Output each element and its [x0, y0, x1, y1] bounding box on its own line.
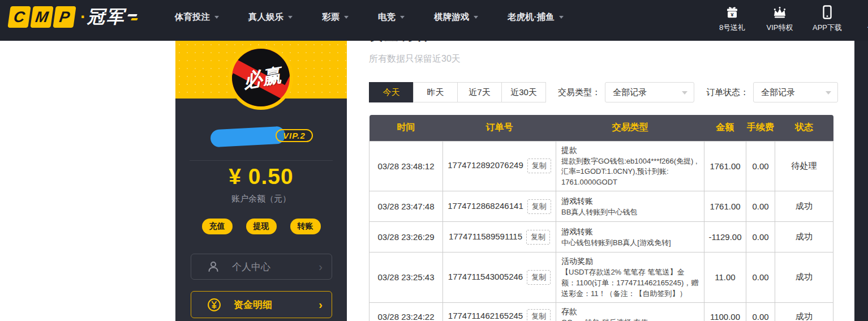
chevron-down-icon: [214, 16, 219, 19]
avatar-text: 必赢: [235, 62, 290, 96]
filter-row: 今天 昨天 近7天 近30天 交易类型： 全部记录 订单状态： 全部记录: [369, 82, 838, 102]
chevron-down-icon: [559, 16, 564, 19]
balance-amount: ¥ 0.50: [175, 164, 347, 189]
quick-link-promo[interactable]: 优惠: [857, 5, 868, 33]
order-number: 1774711589591115: [449, 232, 522, 241]
page-background-strip: [854, 0, 868, 321]
brand-logo[interactable]: C M P · 冠军: [9, 5, 137, 29]
cell-type: 提款 提款到数字GO钱包:eb1004***f266(免提) ,汇率=1GODT…: [556, 141, 704, 191]
transaction-table: 时间 订单号 交易类型 金额 手续费 状态 03/28 23:48:12 177…: [369, 115, 833, 321]
copy-button[interactable]: 复制: [527, 270, 551, 285]
table-row: 03/28 23:25:43 1774711543005246复制 活动奖励 【…: [369, 252, 833, 303]
cell-time: 03/28 23:26:29: [369, 222, 443, 252]
quick-link-label: APP下载: [813, 23, 842, 33]
vip-level-badge: VIP.2: [276, 129, 313, 142]
divider: [190, 160, 333, 161]
chevron-down-icon: [826, 91, 831, 95]
order-number: 1774711462165245: [448, 311, 523, 320]
nav-item-lottery[interactable]: 彩票: [322, 11, 349, 23]
type-name: 游戏转账: [561, 195, 699, 207]
cell-type: 游戏转账 BB真人转账到中心钱包: [556, 191, 704, 222]
chevron-down-icon: [400, 16, 405, 19]
cell-order: 1774712892076249复制: [443, 141, 556, 191]
order-status-select[interactable]: 全部记录: [753, 82, 838, 102]
sidebar-item-personal-center[interactable]: 个人中心 ›: [191, 254, 332, 280]
sidebar-item-funds-detail[interactable]: 资金明细 ›: [191, 291, 332, 318]
header-status: 状态: [775, 115, 833, 141]
nav-item-slots-fishing[interactable]: 老虎机·捕鱼: [508, 11, 564, 23]
cell-amount: 1761.00: [704, 141, 746, 191]
status-badge: 成功: [775, 191, 833, 222]
status-badge: 成功: [775, 302, 833, 321]
logo-name: 冠军: [87, 5, 126, 29]
header-time: 时间: [369, 115, 443, 141]
logo-letter: M: [30, 6, 53, 28]
chevron-right-icon: ›: [319, 261, 323, 272]
wallet-actions: 充值 提现 转账: [175, 219, 347, 234]
page: 资金明细 所有数据只保留近30天 今天 昨天 近7天 近30天 交易类型： 全部…: [0, 0, 868, 321]
deposit-button[interactable]: 充值: [202, 219, 233, 234]
nav-links: 体育投注 真人娱乐 彩票 电竞 棋牌游戏: [175, 11, 564, 23]
logo-decoration: [128, 14, 137, 20]
copy-button[interactable]: 复制: [527, 199, 551, 214]
type-name: 存款: [561, 306, 699, 318]
copy-button[interactable]: 复制: [527, 159, 551, 173]
header-fee: 手续费: [746, 115, 775, 141]
table-row: 03/28 23:48:12 1774712892076249复制 提款 提款到…: [369, 141, 833, 191]
nav-item-label: 棋牌游戏: [434, 11, 469, 23]
logo-dot: ·: [80, 7, 86, 27]
copy-button[interactable]: 复制: [526, 230, 550, 245]
tab-today[interactable]: 今天: [369, 82, 414, 102]
order-number: 1774711543005246: [448, 272, 523, 281]
type-desc: 【USDT存款送2% 笔笔存 笔笔送】金额：1100(订单：1774711462…: [561, 267, 699, 299]
type-desc: GOpay钱包-稍后选择 充值: [561, 318, 699, 321]
status-badge: 成功: [775, 222, 833, 252]
withdraw-button[interactable]: 提现: [246, 219, 277, 234]
transaction-type-select[interactable]: 全部记录: [605, 82, 694, 102]
logo-letter: P: [53, 6, 76, 28]
retention-note: 所有数据只保留近30天: [369, 53, 461, 65]
tab-last30days[interactable]: 近30天: [501, 82, 546, 102]
cell-order: 1774712868246141复制: [443, 191, 556, 222]
nav-item-label: 彩票: [322, 11, 340, 23]
type-desc: 提款到数字GO钱包:eb1004***f266(免提) ,汇率=1GODT:1.…: [561, 156, 699, 189]
type-desc: 中心钱包转账到BB真人[游戏免转]: [561, 238, 699, 249]
cell-amount: -1129.00: [704, 222, 746, 252]
table-row: 03/28 23:26:29 1774711589591115复制 游戏转账 中…: [369, 222, 833, 252]
nav-item-board-games[interactable]: 棋牌游戏: [434, 11, 478, 23]
avatar[interactable]: 必赢: [229, 45, 293, 110]
quick-link-app-download[interactable]: APP下载: [809, 5, 845, 33]
cell-fee: 0.00: [746, 302, 775, 321]
chevron-down-icon: [344, 16, 349, 19]
tab-yesterday[interactable]: 昨天: [413, 82, 458, 102]
quick-link-gift[interactable]: ¥ 8号送礼: [714, 5, 750, 33]
nav-quick-links: ¥ 8号送礼 VIP特权: [714, 5, 868, 33]
status-badge: 待处理: [775, 141, 833, 191]
tab-last7days[interactable]: 近7天: [457, 82, 502, 102]
cell-type: 存款 GOpay钱包-稍后选择 充值: [556, 302, 704, 321]
crown-icon: [772, 5, 787, 20]
order-number: 1774712868246141: [448, 201, 523, 211]
nav-item-esports[interactable]: 电竞: [378, 11, 405, 23]
transfer-button[interactable]: 转账: [290, 219, 321, 234]
cell-order: 1774711589591115复制: [443, 222, 556, 252]
cell-amount: 1761.00: [704, 191, 746, 222]
logo-letter: C: [7, 6, 31, 28]
copy-button[interactable]: 复制: [527, 309, 551, 321]
nav-item-live-casino[interactable]: 真人娱乐: [248, 11, 293, 23]
nav-item-sports[interactable]: 体育投注: [175, 11, 219, 23]
user-row: VIP.2: [175, 127, 347, 147]
table-row: 03/28 23:24:22 1774711462165245复制 存款 GOp…: [369, 302, 833, 321]
cell-amount: 11.00: [704, 252, 746, 303]
status-badge: 成功: [775, 252, 833, 303]
table-row: 03/28 23:47:48 1774712868246141复制 游戏转账 B…: [369, 191, 833, 222]
cell-time: 03/28 23:47:48: [369, 191, 443, 222]
quick-link-label: 8号送礼: [719, 23, 745, 33]
phone-icon: [822, 5, 833, 20]
cell-fee: 0.00: [746, 252, 775, 303]
cell-time: 03/28 23:24:22: [369, 302, 443, 321]
sidebar-item-label: 个人中心: [232, 260, 270, 273]
header-amount: 金额: [704, 115, 746, 141]
quick-link-vip[interactable]: VIP特权: [762, 5, 798, 33]
cell-amount: 1100.00: [704, 302, 746, 321]
